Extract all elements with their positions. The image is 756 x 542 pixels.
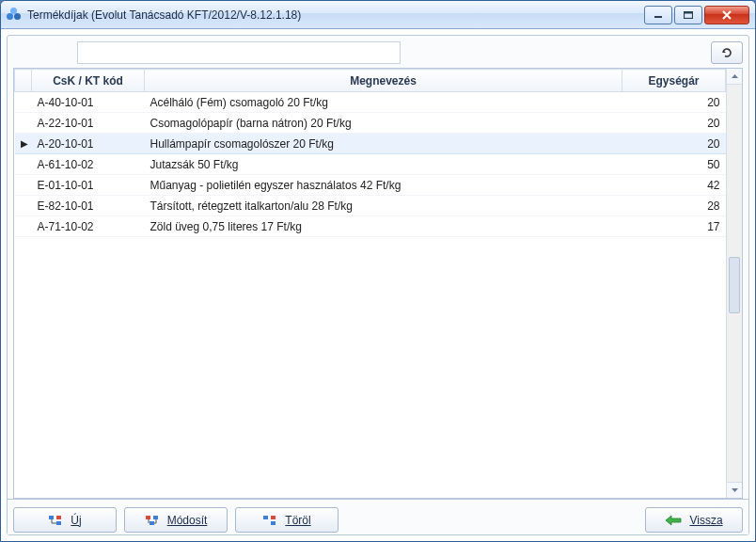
- cell-name[interactable]: Jutazsák 50 Ft/kg: [145, 154, 622, 175]
- cell-price[interactable]: 20: [622, 113, 726, 134]
- row-indicator: ▶: [15, 134, 32, 154]
- cell-code[interactable]: A-71-10-02: [32, 216, 145, 237]
- toolbar: [13, 41, 743, 64]
- svg-rect-6: [146, 516, 150, 519]
- row-indicator: [15, 175, 32, 196]
- cell-name[interactable]: Acélháló (Fém) csomagoló 20 Ft/kg: [145, 92, 622, 113]
- maximize-button[interactable]: [674, 6, 702, 24]
- grid-header-code[interactable]: CsK / KT kód: [32, 70, 145, 92]
- refresh-icon: [720, 46, 733, 59]
- svg-rect-3: [49, 516, 54, 519]
- row-indicator: [15, 113, 32, 134]
- cell-code[interactable]: E-01-10-01: [32, 175, 145, 196]
- new-button-label: Új: [71, 514, 81, 527]
- cell-name[interactable]: Hullámpapír csomagolószer 20 Ft/kg: [145, 134, 622, 154]
- search-input[interactable]: [77, 41, 401, 64]
- svg-rect-8: [150, 521, 154, 525]
- client-area: CsK / KT kód Megnevezés Egységár A-40-10…: [7, 35, 749, 535]
- table-row[interactable]: E-01-10-01Műanyag - polietilén egyszer h…: [15, 175, 726, 196]
- cell-code[interactable]: A-40-10-01: [32, 92, 145, 113]
- scroll-up-button[interactable]: [727, 69, 742, 85]
- new-button[interactable]: Új: [13, 507, 117, 533]
- cell-price[interactable]: 50: [622, 154, 726, 175]
- cell-name[interactable]: Műanyag - polietilén egyszer használatos…: [145, 175, 622, 196]
- cell-name[interactable]: Csomagolópapír (barna nátron) 20 Ft/kg: [145, 113, 622, 134]
- cell-price[interactable]: 42: [622, 175, 726, 196]
- scroll-down-button[interactable]: [727, 482, 742, 498]
- svg-rect-5: [56, 516, 61, 519]
- edit-icon: [145, 514, 160, 527]
- cell-name[interactable]: Társított, rétegzett italkarton/alu 28 F…: [145, 196, 622, 216]
- cell-code[interactable]: A-20-10-01: [32, 134, 145, 154]
- cell-name[interactable]: Zöld üveg 0,75 literes 17 Ft/kg: [145, 216, 622, 237]
- table-row[interactable]: A-40-10-01Acélháló (Fém) csomagoló 20 Ft…: [15, 92, 726, 113]
- app-icon: [7, 8, 22, 23]
- row-indicator: [15, 154, 32, 175]
- scrollbar-thumb[interactable]: [729, 257, 740, 313]
- row-indicator: [15, 92, 32, 113]
- table-row[interactable]: E-82-10-01Társított, rétegzett italkarto…: [15, 196, 726, 216]
- cell-code[interactable]: A-61-10-02: [32, 154, 145, 175]
- row-indicator: [15, 216, 32, 237]
- back-button[interactable]: Vissza: [645, 507, 743, 533]
- cell-price[interactable]: 20: [622, 92, 726, 113]
- svg-rect-7: [153, 516, 158, 519]
- svg-rect-11: [271, 516, 276, 519]
- svg-rect-10: [271, 521, 276, 525]
- row-indicator: [15, 196, 32, 216]
- cell-price[interactable]: 20: [622, 134, 726, 154]
- grid-header-name[interactable]: Megnevezés: [145, 70, 622, 92]
- window-title: Termékdíjak (Evolut Tanácsadó KFT/2012/V…: [27, 8, 642, 22]
- table-row[interactable]: ▶A-20-10-01Hullámpapír csomagolószer 20 …: [15, 134, 726, 154]
- grid-header-indicator: [15, 70, 32, 92]
- table-row[interactable]: A-22-10-01Csomagolópapír (barna nátron) …: [15, 113, 726, 134]
- minimize-button[interactable]: [644, 6, 672, 24]
- table-row[interactable]: A-71-10-02Zöld üveg 0,75 literes 17 Ft/k…: [15, 216, 726, 237]
- grid-header-price[interactable]: Egységár: [622, 70, 726, 92]
- svg-rect-0: [654, 16, 662, 18]
- back-button-label: Vissza: [689, 514, 722, 527]
- window-buttons: [642, 6, 749, 24]
- cell-code[interactable]: E-82-10-01: [32, 196, 145, 216]
- delete-button-label: Töröl: [285, 514, 310, 527]
- cell-price[interactable]: 28: [622, 196, 726, 216]
- close-button[interactable]: [704, 6, 749, 24]
- vertical-scrollbar[interactable]: [726, 69, 742, 498]
- app-window: Termékdíjak (Evolut Tanácsadó KFT/2012/V…: [0, 0, 756, 542]
- delete-button[interactable]: Töröl: [235, 507, 339, 533]
- refresh-button[interactable]: [711, 41, 743, 64]
- edit-button[interactable]: Módosít: [124, 507, 228, 533]
- grid-table[interactable]: CsK / KT kód Megnevezés Egységár A-40-10…: [14, 69, 726, 237]
- svg-rect-4: [56, 521, 61, 525]
- footer-toolbar: Új Módosít Töröl: [8, 499, 748, 534]
- cell-price[interactable]: 17: [622, 216, 726, 237]
- new-icon: [48, 514, 63, 527]
- grid-header-row: CsK / KT kód Megnevezés Egységár: [15, 70, 726, 92]
- back-arrow-icon: [665, 515, 682, 526]
- edit-button-label: Módosít: [167, 514, 208, 527]
- svg-rect-9: [263, 516, 268, 519]
- grid: CsK / KT kód Megnevezés Egységár A-40-10…: [13, 68, 743, 499]
- delete-icon: [262, 514, 277, 527]
- table-row[interactable]: A-61-10-02Jutazsák 50 Ft/kg50: [15, 154, 726, 175]
- svg-rect-2: [685, 11, 693, 13]
- titlebar[interactable]: Termékdíjak (Evolut Tanácsadó KFT/2012/V…: [1, 1, 755, 29]
- cell-code[interactable]: A-22-10-01: [32, 113, 145, 134]
